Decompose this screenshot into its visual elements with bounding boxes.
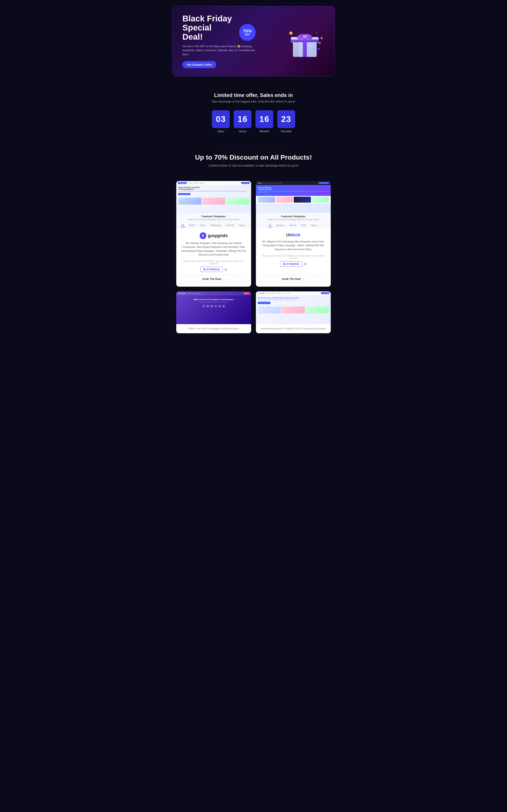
svg-rect-12 — [318, 42, 321, 44]
timer-minutes-value: 16 — [256, 110, 273, 128]
hero-banner: Black Friday Special Deal! 70% OFF Get U… — [172, 6, 335, 76]
tailgrids-preview-text: Handcrafted Library of Tailwind CSS UI C… — [260, 327, 327, 330]
timer-days-value: 03 — [212, 110, 230, 128]
graygrids-coupon-hint: Apply coupon code: BLFCM2022 during chec… — [180, 260, 247, 265]
hero-title-line2: Special Deal! 70% OFF — [182, 23, 256, 41]
hero-badge: 70% OFF — [239, 24, 256, 41]
graygrids-coupon-code: BLFCM2022 — [201, 267, 223, 272]
countdown-section: Limited time offer, Sales ends in Take A… — [0, 82, 507, 145]
graygrids-screenshot: G graygrids Templates Components Inspira… — [176, 181, 251, 213]
uldeck-coupon-code: BLFCM2022 — [280, 261, 302, 267]
timer-seconds: 23 Seconds — [277, 110, 295, 133]
product-cards-bottom: ∞ Lineicons Home Docs License Blog Buy N… — [172, 292, 335, 333]
hero-title-row: Black Friday Special Deal! 70% OFF — [182, 14, 256, 42]
hero-title-text: Black Friday — [182, 14, 256, 23]
products-section: Up to 70% Discount on All Products! Limi… — [0, 145, 507, 181]
product-card-tailgrids: G TailGrids Components Blocks Templates … — [256, 292, 331, 333]
countdown-subtitle: Take Advantage of Our Biggest Sale, Grab… — [4, 100, 503, 103]
uldeck-feat-tabs: All Bootstrap Tailwind React Agency — [260, 224, 327, 227]
graygrids-cta-button[interactable]: Grab The Deal → — [180, 275, 247, 283]
lineicons-hero-title: 5000+ Line Icons for Designers and Devel… — [178, 298, 249, 301]
graygrids-cta-arrow: → — [222, 277, 225, 281]
uldeck-coupon-hint: Apply coupon code: BLFCM2022 at checkout… — [260, 255, 327, 259]
uldeck-mockup-inner: UIdeck Templates Brands Components Suppo… — [256, 181, 331, 213]
hero-subtitle: Get Up to 70% OFF on All Pimjo Labs Prod… — [182, 44, 256, 57]
uldeck-logo-text: UIdeck — [286, 232, 300, 238]
timer-days: 03 Days — [212, 110, 230, 133]
timer-hours: 16 Hours — [234, 110, 251, 133]
lineicons-preview-text: 5000+ Line Icons for Designers and Devel… — [180, 327, 247, 330]
uldeck-feat-subtitle: Feature and Trending Templates, Icons by… — [260, 218, 327, 221]
countdown-timers: 03 Days 16 Hours 16 Minutes 23 Seconds — [4, 110, 503, 133]
svg-text:+: + — [316, 31, 318, 35]
uldeck-description: 90+ Tailwind CSS & Bootstrap Web Templat… — [260, 240, 327, 251]
uldeck-feat-title: Featured Templates — [260, 215, 327, 218]
countdown-title: Limited time offer, Sales ends in — [4, 92, 503, 98]
graygrids-coupon-row: BLFCM2022 ⊞ — [180, 267, 247, 272]
hero-badge-off: OFF — [245, 33, 250, 36]
timer-hours-value: 16 — [234, 110, 251, 128]
hero-visual-right: + + — [285, 23, 325, 59]
graygrids-cta-label: Grab The Deal — [203, 277, 221, 281]
timer-minutes: 16 Minutes — [256, 110, 273, 133]
timer-days-label: Days — [218, 130, 224, 133]
lineicons-screenshot: ∞ Lineicons Home Docs License Blog Buy N… — [176, 292, 251, 324]
timer-minutes-label: Minutes — [260, 130, 269, 133]
lineicons-bottom-body: 5000+ Line Icons for Designers and Devel… — [176, 324, 251, 333]
tailgrids-screenshot: G TailGrids Components Blocks Templates … — [256, 292, 331, 324]
product-card-lineicons: ∞ Lineicons Home Docs License Blog Buy N… — [176, 292, 251, 333]
uldeck-coupon-row: BLFCM2022 ⊞ — [260, 261, 327, 267]
hero-content-left: Black Friday Special Deal! 70% OFF Get U… — [182, 14, 256, 68]
uldeck-logo-area: UIdeck — [260, 232, 327, 238]
graygrids-logo-text: graygrids — [208, 233, 228, 238]
hero-cta-button[interactable]: Get Coupon Codes — [182, 61, 216, 68]
product-cards-grid: G graygrids Templates Components Inspira… — [172, 181, 335, 287]
uldeck-card-body: UIdeck 90+ Tailwind CSS & Bootstrap Web … — [256, 229, 331, 287]
uldeck-screenshot: UIdeck Templates Brands Components Suppo… — [256, 181, 331, 213]
timer-hours-label: Hours — [239, 130, 246, 133]
hero-title-line2-text: Special Deal! — [182, 23, 233, 41]
svg-point-6 — [303, 35, 307, 38]
graygrids-card-body: G graygrids 50+ Website Templates, 200+ … — [176, 229, 251, 287]
product-card-uldeck: UIdeck Templates Brands Components Suppo… — [256, 181, 331, 287]
graygrids-feat-section: Featured Templates Feature and Trending … — [176, 213, 251, 229]
graygrids-logo-area: G graygrids — [180, 232, 247, 239]
graygrids-g-icon: G — [200, 232, 206, 239]
gift-box-illustration: + + — [285, 23, 325, 59]
products-section-title: Up to 70% Discount on All Products! — [4, 153, 503, 162]
product-card-graygrids: G graygrids Templates Components Inspira… — [176, 181, 251, 287]
uldeck-cta-label: Grab The Deal — [282, 277, 301, 281]
tailgrids-hero-title: Handcrafted Library of Tailwind CSS UI C… — [258, 297, 329, 299]
products-section-subtitle: Limited number of slots are available, s… — [4, 164, 503, 167]
tailgrids-hero-sub: Build any type of website or app with ea… — [258, 299, 329, 301]
graygrids-description: 50+ Website Templates, 200+ Bootstrap an… — [180, 242, 247, 257]
timer-seconds-value: 23 — [277, 110, 295, 128]
uldeck-cta-arrow: → — [302, 277, 304, 281]
svg-point-8 — [318, 48, 320, 50]
lineicons-hero-sub: with Free CDN, Regular, Light Variations… — [178, 302, 249, 303]
graygrids-feat-subtitle: Feature and Trending Templates, Icons by… — [180, 218, 247, 221]
svg-text:+: + — [290, 41, 291, 44]
svg-point-9 — [321, 37, 323, 39]
hero-badge-percent: 70% — [243, 29, 252, 33]
timer-seconds-label: Seconds — [281, 130, 291, 133]
uldeck-feat-section: Featured Templates Feature and Trending … — [256, 213, 331, 229]
graygrids-feat-title: Featured Templates — [180, 215, 247, 218]
svg-rect-13 — [293, 41, 299, 57]
uldeck-cta-button[interactable]: Grab The Deal → — [260, 275, 327, 283]
svg-point-7 — [289, 32, 292, 35]
graygrids-mockup-inner: G graygrids Templates Components Inspira… — [176, 181, 251, 213]
graygrids-feat-tabs: All Modern Clean Multipurpose Business A… — [180, 224, 247, 227]
graygrids-copy-icon[interactable]: ⊞ — [224, 267, 227, 271]
uldeck-copy-icon[interactable]: ⊞ — [304, 262, 306, 266]
tailgrids-bottom-body: Handcrafted Library of Tailwind CSS UI C… — [256, 324, 331, 333]
hero-title: Black Friday Special Deal! 70% OFF — [182, 14, 256, 42]
